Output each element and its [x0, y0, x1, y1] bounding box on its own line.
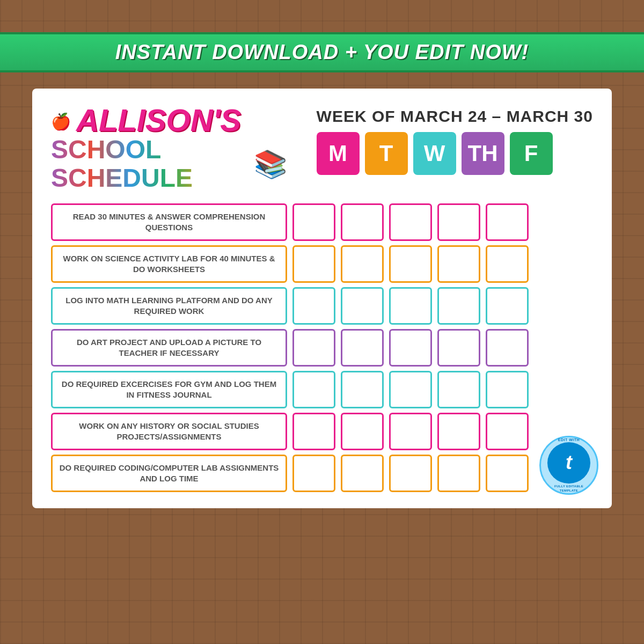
checkbox[interactable]	[486, 329, 529, 367]
templett-top-text: EDIT WITH	[558, 437, 580, 442]
day-thursday: TH	[462, 132, 504, 175]
day-monday: M	[317, 132, 360, 175]
checkbox[interactable]	[341, 203, 384, 241]
banner-text: INSTANT DOWNLOAD + YOU EDIT NOW!	[0, 41, 644, 64]
day-headers: M T W TH F	[317, 132, 593, 175]
task-6-checkboxes	[292, 413, 529, 450]
task-6-label: WORK ON ANY HISTORY OR SOCIAL STUDIES PR…	[51, 413, 287, 450]
checkbox[interactable]	[389, 455, 432, 492]
checkbox[interactable]	[341, 245, 384, 283]
checkbox[interactable]	[292, 371, 335, 408]
schedule-label: SCHOOL SCHEDULE	[51, 136, 248, 193]
checkbox[interactable]	[486, 455, 529, 492]
task-5-label: DO REQUIRED EXCERCISES FOR GYM AND LOG T…	[51, 371, 287, 408]
checkbox[interactable]	[437, 287, 480, 325]
header-section: 🍎 ALLISON'S SCHOOL SCHEDULE 📚 WEEK OF MA…	[51, 105, 593, 193]
title-block: 🍎 ALLISON'S SCHOOL SCHEDULE 📚	[51, 105, 287, 193]
day-friday: F	[510, 132, 553, 175]
checkbox[interactable]	[437, 329, 480, 367]
checkbox[interactable]	[292, 413, 335, 450]
table-row: WORK ON ANY HISTORY OR SOCIAL STUDIES PR…	[51, 413, 593, 450]
checkbox[interactable]	[389, 329, 432, 367]
checkbox[interactable]	[437, 203, 480, 241]
task-2-checkboxes	[292, 245, 529, 283]
task-4-checkboxes	[292, 329, 529, 367]
allisons-name: ALLISON'S	[76, 105, 241, 136]
checkbox[interactable]	[389, 245, 432, 283]
templett-bottom-text: FULLY EDITABLETEMPLATE	[554, 485, 583, 493]
task-4-label: DO ART PROJECT AND UPLOAD A PICTURE TO T…	[51, 329, 287, 367]
templett-badge: EDIT WITH t FULLY EDITABLETEMPLATE	[539, 436, 598, 495]
books-icon: 📚	[254, 151, 287, 178]
checkbox[interactable]	[437, 371, 480, 408]
week-label: WEEK OF MARCH 24 – MARCH 30	[317, 107, 593, 126]
checkbox[interactable]	[486, 203, 529, 241]
task-7-checkboxes	[292, 455, 529, 492]
checkbox[interactable]	[292, 287, 335, 325]
checkbox[interactable]	[292, 245, 335, 283]
checkbox[interactable]	[486, 413, 529, 450]
checkbox[interactable]	[292, 329, 335, 367]
checkbox[interactable]	[389, 413, 432, 450]
checkbox[interactable]	[292, 203, 335, 241]
name-line: 🍎 ALLISON'S	[51, 105, 287, 136]
day-wednesday: W	[413, 132, 456, 175]
task-1-checkboxes	[292, 203, 529, 241]
apple-icon: 🍎	[51, 112, 71, 131]
table-row: WORK ON SCIENCE ACTIVITY LAB FOR 40 MINU…	[51, 245, 593, 283]
checkbox[interactable]	[486, 287, 529, 325]
table-row: DO REQUIRED EXCERCISES FOR GYM AND LOG T…	[51, 371, 593, 408]
task-3-checkboxes	[292, 287, 529, 325]
templett-logo: t	[547, 442, 590, 484]
day-tuesday: T	[365, 132, 408, 175]
checkbox[interactable]	[486, 371, 529, 408]
main-card: 🍎 ALLISON'S SCHOOL SCHEDULE 📚 WEEK OF MA…	[32, 89, 612, 508]
checkbox[interactable]	[389, 203, 432, 241]
checkbox[interactable]	[486, 245, 529, 283]
checkbox[interactable]	[341, 329, 384, 367]
checkbox[interactable]	[437, 455, 480, 492]
table-row: READ 30 MINUTES & ANSWER COMPREHENSION Q…	[51, 203, 593, 241]
checkbox[interactable]	[341, 287, 384, 325]
table-row: LOG INTO MATH LEARNING PLATFORM AND DO A…	[51, 287, 593, 325]
top-banner: INSTANT DOWNLOAD + YOU EDIT NOW!	[0, 32, 644, 72]
task-2-label: WORK ON SCIENCE ACTIVITY LAB FOR 40 MINU…	[51, 245, 287, 283]
checkbox[interactable]	[437, 245, 480, 283]
task-3-label: LOG INTO MATH LEARNING PLATFORM AND DO A…	[51, 287, 287, 325]
checkbox[interactable]	[292, 455, 335, 492]
task-1-label: READ 30 MINUTES & ANSWER COMPREHENSION Q…	[51, 203, 287, 241]
checkbox[interactable]	[389, 371, 432, 408]
checkbox[interactable]	[437, 413, 480, 450]
table-row: DO REQUIRED CODING/COMPUTER LAB ASSIGNME…	[51, 455, 593, 492]
schedule-grid: READ 30 MINUTES & ANSWER COMPREHENSION Q…	[51, 203, 593, 492]
checkbox[interactable]	[389, 287, 432, 325]
table-row: DO ART PROJECT AND UPLOAD A PICTURE TO T…	[51, 329, 593, 367]
task-5-checkboxes	[292, 371, 529, 408]
checkbox[interactable]	[341, 371, 384, 408]
checkbox[interactable]	[341, 455, 384, 492]
task-7-label: DO REQUIRED CODING/COMPUTER LAB ASSIGNME…	[51, 455, 287, 492]
week-block: WEEK OF MARCH 24 – MARCH 30 M T W TH F	[317, 105, 593, 175]
checkbox[interactable]	[341, 413, 384, 450]
